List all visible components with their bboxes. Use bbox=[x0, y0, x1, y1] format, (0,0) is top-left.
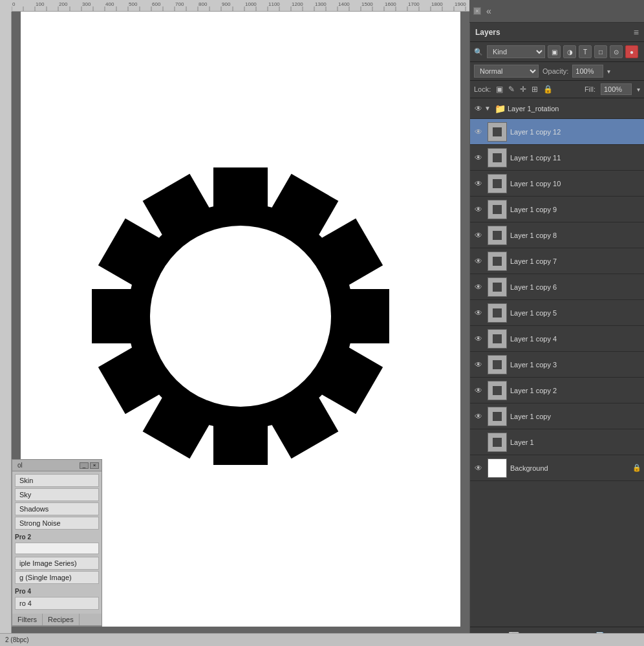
layer-name: Layer 1 copy 4 bbox=[510, 335, 641, 343]
opacity-label: Opacity: bbox=[542, 67, 568, 75]
layer-row[interactable]: 👁 Background 🔒 bbox=[470, 455, 644, 481]
tool-panel-titlebar: ol _ × bbox=[12, 460, 102, 471]
layer-group-row[interactable]: 👁 ▼ 📁 Layer 1_rotation bbox=[470, 98, 644, 119]
layer-visibility-eye[interactable]: 👁 bbox=[473, 359, 484, 371]
layer-name: Layer 1 copy 2 bbox=[510, 387, 641, 394]
layer-row[interactable]: 👁 Layer 1 copy 11 bbox=[470, 145, 644, 171]
tool-item-sky[interactable]: Sky bbox=[15, 488, 99, 501]
filter-kind-select[interactable]: Kind bbox=[487, 45, 545, 58]
lock-label: Lock: bbox=[474, 85, 491, 93]
tool-tabs: Filters Recipes bbox=[12, 614, 102, 626]
group-chevron-icon[interactable]: ▼ bbox=[484, 105, 491, 112]
pixel-filter-button[interactable]: ▣ bbox=[548, 45, 561, 58]
layer-row[interactable]: 👁 Layer 1 copy 9 bbox=[470, 197, 644, 222]
layer-visibility-eye[interactable]: 👁 bbox=[473, 411, 484, 422]
type-filter-button[interactable]: T bbox=[579, 45, 592, 58]
lock-position-icon[interactable]: ✎ bbox=[508, 85, 515, 94]
layer-visibility-eye[interactable]: 👁 bbox=[473, 436, 484, 448]
layer-visibility-eye[interactable]: 👁 bbox=[473, 462, 484, 474]
opacity-input[interactable] bbox=[572, 65, 603, 78]
status-text: 2 (8bpc) bbox=[5, 636, 29, 643]
tool-item-pro4[interactable]: ro 4 bbox=[15, 597, 99, 610]
layer-row[interactable]: 👁 Layer 1 copy 12 bbox=[470, 119, 644, 145]
panel-close-button[interactable]: × bbox=[473, 7, 481, 15]
adjustment-filter-button[interactable]: ◑ bbox=[563, 45, 576, 58]
panel-collapse-button[interactable]: « bbox=[486, 6, 491, 16]
layer-thumbnail bbox=[488, 433, 507, 452]
tool-search-input[interactable] bbox=[15, 543, 99, 554]
layer-visibility-eye[interactable]: 👁 bbox=[473, 126, 484, 138]
svg-text:1900: 1900 bbox=[455, 1, 466, 7]
tool-item-single-image[interactable]: g (Single Image) bbox=[15, 571, 99, 584]
canvas-artwork bbox=[79, 138, 402, 501]
layer-row[interactable]: 👁 Layer 1 copy 7 bbox=[470, 248, 644, 274]
layer-thumbnail bbox=[488, 458, 507, 478]
layer-name: Layer 1 copy 7 bbox=[510, 257, 641, 265]
lock-pixels-icon[interactable]: ▣ bbox=[496, 85, 503, 94]
layers-title-bar: Layers ≡ bbox=[470, 23, 644, 42]
search-icon: 🔍 bbox=[474, 48, 483, 56]
svg-text:300: 300 bbox=[82, 1, 91, 7]
layer-row[interactable]: 👁 Layer 1 copy 6 bbox=[470, 274, 644, 300]
layer-row[interactable]: 👁 Layer 1 copy 4 bbox=[470, 326, 644, 352]
fill-arrow[interactable]: ▾ bbox=[637, 86, 640, 93]
layer-visibility-eye[interactable]: 👁 bbox=[473, 178, 484, 189]
tool-item-image-series[interactable]: iple Image Series) bbox=[15, 557, 99, 570]
svg-rect-63 bbox=[0, 12, 12, 646]
layer-row[interactable]: 👁 Layer 1 bbox=[470, 429, 644, 455]
svg-text:1200: 1200 bbox=[292, 1, 303, 7]
filters-tab[interactable]: Filters bbox=[12, 614, 43, 625]
layer-visibility-eye[interactable]: 👁 bbox=[473, 281, 484, 293]
layer-thumbnail bbox=[488, 226, 507, 245]
layer-visibility-eye[interactable]: 👁 bbox=[473, 152, 484, 164]
tool-item-strong-noise[interactable]: Strong Noise bbox=[15, 517, 99, 530]
layers-list: 👁 ▼ 📁 Layer 1_rotation 👁 Layer 1 copy 12… bbox=[470, 98, 644, 627]
fill-input[interactable] bbox=[601, 83, 632, 95]
group-layer-name: Layer 1_rotation bbox=[508, 105, 641, 113]
tool-panel-content: Skin Sky Shadows Strong Noise Pro 2 iple… bbox=[12, 471, 102, 614]
svg-text:800: 800 bbox=[199, 1, 208, 7]
layer-thumbnail bbox=[488, 329, 507, 349]
layer-visibility-eye[interactable]: 👁 bbox=[473, 333, 484, 345]
svg-text:1100: 1100 bbox=[268, 1, 280, 7]
layers-panel: Layers ≡ 🔍 Kind ▣ ◑ T □ ⊙ ● Normal Opaci… bbox=[469, 23, 644, 646]
panel-window-bar: × « bbox=[469, 0, 644, 23]
layer-name: Layer 1 copy 3 bbox=[510, 361, 641, 369]
lock-artboard-icon[interactable]: ⊞ bbox=[531, 85, 538, 94]
lock-move-icon[interactable]: ✛ bbox=[520, 85, 526, 94]
layer-name: Layer 1 copy 11 bbox=[510, 154, 641, 162]
layer-visibility-eye[interactable]: 👁 bbox=[473, 255, 484, 267]
layer-row[interactable]: 👁 Layer 1 copy 5 bbox=[470, 300, 644, 326]
tool-item-skin[interactable]: Skin bbox=[15, 474, 99, 487]
layer-visibility-eye[interactable]: 👁 bbox=[473, 204, 484, 215]
tool-item-shadows[interactable]: Shadows bbox=[15, 502, 99, 515]
layer-row[interactable]: 👁 Layer 1 copy 2 bbox=[470, 378, 644, 404]
layer-row[interactable]: 👁 Layer 1 copy 8 bbox=[470, 222, 644, 248]
tool-panel-title: ol bbox=[15, 462, 78, 469]
layer-lock-icon: 🔒 bbox=[632, 464, 641, 472]
layer-row[interactable]: 👁 Layer 1 copy 3 bbox=[470, 352, 644, 378]
layer-visibility-eye[interactable]: 👁 bbox=[473, 385, 484, 396]
layer-visibility-eye[interactable]: 👁 bbox=[473, 230, 484, 241]
blend-mode-select[interactable]: Normal bbox=[474, 65, 539, 78]
layers-filter-row: 🔍 Kind ▣ ◑ T □ ⊙ ● bbox=[470, 42, 644, 62]
layer-thumbnail bbox=[488, 200, 507, 219]
svg-text:1500: 1500 bbox=[361, 1, 373, 7]
layer-visibility-eye[interactable]: 👁 bbox=[473, 307, 484, 319]
opacity-arrow[interactable]: ▾ bbox=[607, 68, 610, 75]
filter-active-button[interactable]: ● bbox=[625, 45, 638, 58]
layer-thumbnail bbox=[488, 174, 507, 193]
svg-text:1600: 1600 bbox=[385, 1, 396, 7]
tool-panel-close-button[interactable]: × bbox=[90, 462, 99, 469]
tool-panel-minimize-button[interactable]: _ bbox=[80, 462, 89, 469]
shape-filter-button[interactable]: □ bbox=[594, 45, 607, 58]
layers-menu-button[interactable]: ≡ bbox=[634, 27, 639, 38]
lock-all-icon[interactable]: 🔒 bbox=[543, 85, 553, 94]
svg-text:1300: 1300 bbox=[315, 1, 327, 7]
group-visibility-eye[interactable]: 👁 bbox=[473, 103, 484, 114]
layer-name: Layer 1 copy 10 bbox=[510, 180, 641, 188]
layer-row[interactable]: 👁 Layer 1 copy 10 bbox=[470, 171, 644, 197]
layer-row[interactable]: 👁 Layer 1 copy bbox=[470, 404, 644, 429]
smart-filter-button[interactable]: ⊙ bbox=[610, 45, 623, 58]
recipes-tab[interactable]: Recipes bbox=[43, 614, 80, 625]
